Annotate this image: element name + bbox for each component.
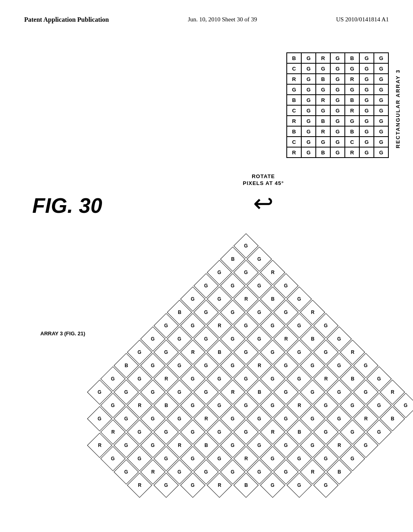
rect-cell: G: [301, 95, 316, 105]
diamond-cell-value: R: [204, 416, 208, 422]
rect-cell: G: [374, 105, 388, 116]
header-center: Jun. 10, 2010 Sheet 30 of 39: [188, 16, 257, 23]
diamond-cell-value: G: [284, 443, 288, 448]
diamond-cell-value: G: [271, 349, 274, 355]
rect-cell: G: [316, 84, 330, 95]
diamond-cell-value: G: [244, 243, 248, 249]
diamond-cell-value: G: [217, 270, 221, 275]
rect-cell: G: [301, 53, 316, 63]
rect-cell: G: [374, 74, 388, 84]
diamond-cell-value: G: [377, 429, 381, 435]
rect-cell: G: [316, 137, 330, 147]
diamond-cell-value: G: [337, 416, 341, 422]
diamond-cell-value: R: [244, 456, 248, 461]
diamond-cell-value: G: [217, 296, 221, 302]
diamond-cell-value: G: [111, 403, 115, 408]
diamond-cell-value: R: [258, 363, 261, 368]
diamond-cell-value: G: [271, 323, 274, 328]
diamond-cell-value: G: [297, 349, 301, 355]
rect-cell: G: [345, 63, 359, 74]
diamond-cell-value: G: [284, 469, 288, 475]
rect-cell: G: [316, 105, 330, 116]
diamond-grid: GGRGGRGGRGGRGBGGBGGBGGBGGBGGRGGRGGRGGRGG…: [105, 242, 407, 492]
diamond-cell-value: B: [178, 310, 181, 315]
rect-cell: G: [301, 63, 316, 74]
diamond-cell-value: G: [191, 456, 194, 461]
diamond-cell-value: R: [218, 482, 221, 488]
diamond-cell-value: R: [165, 376, 168, 382]
diamond-cell-value: B: [204, 443, 208, 448]
diamond-cell-value: G: [111, 376, 115, 382]
diamond-cell-value: G: [257, 336, 261, 342]
rect-cell: G: [359, 105, 374, 116]
rect-cell: G: [359, 126, 374, 137]
diamond-cell-value: G: [244, 270, 248, 275]
diamond-cell-value: G: [244, 429, 248, 435]
rect-cell: G: [287, 84, 301, 95]
diamond-cell-value: G: [191, 403, 194, 408]
rect-cell: G: [330, 126, 345, 137]
diamond-cell-value: B: [218, 349, 221, 355]
diamond-cell-value: G: [337, 363, 341, 368]
rect-cell: G: [359, 147, 374, 158]
diamond-cell-value: B: [311, 336, 315, 342]
diamond-cell-value: R: [284, 336, 288, 342]
diamond-cell-value: R: [271, 270, 275, 275]
rect-cell: B: [316, 147, 330, 158]
rect-cell: G: [330, 63, 345, 74]
diamond-cell-value: G: [377, 376, 381, 382]
diamond-cell-value: G: [284, 310, 288, 315]
diamond-cell-value: R: [311, 310, 315, 315]
header-left: Patent Application Publication: [24, 16, 109, 23]
rect-cell: G: [345, 84, 359, 95]
diamond-cell-value: G: [364, 389, 367, 395]
diamond-cell-value: G: [151, 389, 154, 395]
diamond-cell-value: G: [204, 389, 208, 395]
diamond-cell-value: G: [164, 456, 168, 461]
diamond-cell-value: R: [138, 403, 142, 408]
rect-cell: C: [287, 105, 301, 116]
rect-cell: G: [301, 74, 316, 84]
diamond-cell-value: G: [191, 429, 194, 435]
diamond-cell-value: G: [244, 323, 248, 328]
diamond-cell-value: G: [217, 403, 221, 408]
diamond-cell-value: G: [257, 443, 261, 448]
diamond-cell-value: G: [124, 469, 128, 475]
rect-cell: G: [359, 95, 374, 105]
diamond-cell-value: R: [271, 429, 275, 435]
diamond-cell-value: G: [297, 323, 301, 328]
rect-cell: G: [359, 116, 374, 126]
diamond-cell-value: G: [151, 336, 154, 342]
rect-cell: G: [374, 84, 388, 95]
diamond-cell-value: B: [271, 296, 275, 302]
rect-cell: G: [301, 105, 316, 116]
rect-cell: G: [330, 74, 345, 84]
diamond-cell-value: G: [177, 363, 181, 368]
diamond-cell-value: G: [271, 482, 274, 488]
diamond-cell-value: R: [98, 443, 102, 448]
diamond-cell-value: G: [297, 376, 301, 382]
rect-cell: B: [345, 95, 359, 105]
diamond-cell-value: G: [138, 376, 141, 382]
diamond-cell-value: B: [165, 403, 168, 408]
rect-cell: G: [345, 116, 359, 126]
diamond-cell-value: G: [297, 456, 301, 461]
diamond-cell-value: G: [204, 336, 208, 342]
rect-cell: G: [359, 53, 374, 63]
diamond-cell-value: G: [191, 482, 194, 488]
rect-cell: R: [316, 53, 330, 63]
rect-cell: B: [345, 53, 359, 63]
diamond-cell-value: R: [391, 389, 394, 395]
rect-cell: B: [345, 126, 359, 137]
rectangular-grid: BGRGBGGCGGGGGGRGBGRGGGGGGGGGBGRGBGGCGGGR…: [286, 52, 389, 158]
rect-cell: G: [301, 137, 316, 147]
diamond-cell-value: G: [311, 389, 314, 395]
diamond-cell-value: G: [350, 403, 354, 408]
diamond-cell-value: B: [244, 482, 248, 488]
diamond-cell-value: G: [324, 456, 327, 461]
diamond-cell-value: G: [124, 443, 128, 448]
rotate-arrow-icon: ↪: [253, 189, 273, 218]
rect-cell: G: [359, 137, 374, 147]
diamond-cell-value: B: [338, 469, 341, 475]
rect-cell: G: [374, 63, 388, 74]
